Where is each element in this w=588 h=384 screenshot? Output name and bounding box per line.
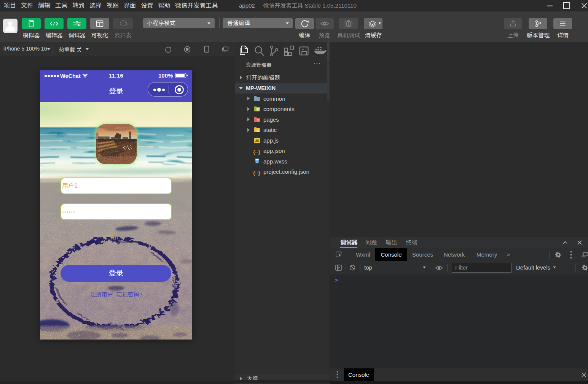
svg-text:JS: JS [255,139,259,143]
